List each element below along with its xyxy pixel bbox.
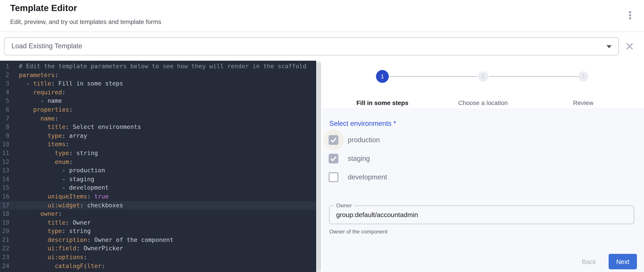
line-number: 14 (0, 175, 9, 183)
owner-field[interactable]: Owner group:default/accountadmin (329, 206, 634, 224)
check-icon (329, 154, 338, 164)
line-number: 12 (0, 158, 9, 166)
step-review: 3Review (544, 70, 623, 81)
line-number: 10 (0, 140, 9, 149)
production-checkbox[interactable] (329, 135, 338, 145)
code-text: required: (9, 88, 66, 97)
select-environments-label: Select environments * (329, 120, 396, 128)
code-line-19[interactable]: 19 title: Owner (0, 218, 316, 227)
code-text: description: Owner of the component (9, 236, 174, 244)
line-number: 8 (0, 123, 9, 131)
code-line-6[interactable]: 6 properties: (0, 105, 316, 114)
line-number: 18 (0, 210, 9, 218)
staging-checkbox[interactable] (329, 154, 338, 164)
code-line-1[interactable]: 1# Edit the template parameters below to… (0, 62, 316, 71)
development-checkbox[interactable] (329, 172, 338, 182)
step-circle: 3 (578, 71, 588, 81)
checkbox-row-production: production (329, 135, 380, 145)
check-icon (329, 135, 338, 145)
page-title: Template Editor (10, 3, 77, 13)
code-line-14[interactable]: 14 - staging (0, 175, 316, 183)
code-line-2[interactable]: 2parameters: (0, 71, 316, 79)
code-line-9[interactable]: 9 type: array (0, 131, 316, 140)
code-line-21[interactable]: 21 description: Owner of the component (0, 236, 316, 244)
editor-scrollbar-thumb[interactable] (317, 61, 321, 272)
close-icon-glyph (626, 42, 633, 50)
load-template-select[interactable]: Load Existing Template (4, 37, 619, 55)
kebab-dot (629, 11, 631, 13)
code-text: catalogFilter: (9, 261, 105, 270)
step-label: Choose a location (443, 99, 523, 106)
owner-field-value[interactable]: group:default/accountadmin (336, 206, 418, 225)
code-line-17[interactable]: 17 ui:widget: checkboxes (0, 201, 316, 210)
step-circle: 2 (478, 71, 488, 81)
line-number: 7 (0, 114, 9, 123)
code-text: uniqueItems: true (9, 192, 108, 201)
line-number: 11 (0, 149, 9, 158)
line-number: 9 (0, 131, 9, 140)
code-line-16[interactable]: 16 uniqueItems: true (0, 192, 316, 201)
template-editor-page: Template Editor Edit, preview, and try o… (0, 0, 644, 272)
step-connector (389, 76, 478, 77)
code-text: title: Select environments (9, 123, 141, 131)
code-text: type: string (9, 149, 98, 158)
code-line-15[interactable]: 15 - development (0, 184, 316, 192)
code-line-18[interactable]: 18 owner: (0, 210, 316, 218)
staging-checkbox-label[interactable]: staging (348, 155, 370, 163)
code-line-12[interactable]: 12 enum: (0, 158, 316, 166)
code-line-13[interactable]: 13 - production (0, 166, 316, 175)
code-line-24[interactable]: 24 catalogFilter: (0, 261, 316, 270)
code-line-4[interactable]: 4 required: (0, 88, 316, 97)
code-text: - title: Fill in some steps (9, 79, 123, 88)
development-checkbox-label[interactable]: development (348, 173, 387, 181)
header-divider (0, 32, 644, 32)
form-section: Select environments * productionstagingd… (322, 108, 644, 272)
code-text: # Edit the template parameters below to … (9, 62, 306, 71)
checkbox-row-development: development (329, 172, 387, 182)
code-line-7[interactable]: 7 name: (0, 114, 316, 123)
code-text: ui:field: OwnerPicker (9, 244, 123, 253)
production-checkbox-label[interactable]: production (348, 136, 380, 144)
kebab-dot (629, 14, 631, 16)
code-text: properties: (9, 105, 73, 114)
select-environments-text: Select environments (329, 120, 392, 127)
editor-scrollbar[interactable] (316, 60, 322, 272)
code-text: enum: (9, 158, 73, 166)
code-line-3[interactable]: 3 - title: Fill in some steps (0, 79, 316, 88)
code-text: title: Owner (9, 218, 91, 227)
kebab-dot (629, 18, 631, 20)
code-text: - production (9, 166, 105, 175)
step-connector (489, 76, 578, 77)
checkbox-row-staging: staging (329, 154, 370, 164)
code-text: owner: (9, 210, 62, 218)
code-line-22[interactable]: 22 ui:field: OwnerPicker (0, 244, 316, 253)
code-text: name: (9, 114, 58, 123)
code-line-5[interactable]: 5 - name (0, 97, 316, 105)
line-number: 24 (0, 261, 9, 270)
code-text: items: (9, 140, 69, 149)
close-icon[interactable] (622, 39, 636, 53)
dropdown-caret-icon[interactable] (606, 45, 612, 48)
code-editor[interactable]: 1# Edit the template parameters below to… (0, 60, 316, 272)
more-options-button[interactable] (623, 8, 637, 23)
code-text: - staging (9, 175, 94, 183)
code-line-10[interactable]: 10 items: (0, 140, 316, 149)
back-button[interactable]: Back (574, 254, 604, 270)
next-button[interactable]: Next (608, 254, 637, 269)
code-line-8[interactable]: 8 title: Select environments (0, 123, 316, 131)
step-choose-a-location: 2Choose a location (443, 70, 523, 81)
line-number: 5 (0, 97, 9, 105)
code-text: type: array (9, 131, 87, 140)
line-number: 20 (0, 227, 9, 236)
code-text: parameters: (9, 71, 58, 79)
line-number: 6 (0, 105, 9, 114)
code-line-20[interactable]: 20 type: string (0, 227, 316, 236)
required-asterisk: * (394, 120, 396, 127)
code-line-11[interactable]: 11 type: string (0, 149, 316, 158)
load-template-select-label: Load Existing Template (12, 42, 82, 50)
code-line-23[interactable]: 23 ui:options: (0, 253, 316, 261)
code-text: - name (9, 97, 62, 105)
line-number: 13 (0, 166, 9, 175)
line-number: 15 (0, 184, 9, 192)
code-text: type: string (9, 227, 91, 236)
